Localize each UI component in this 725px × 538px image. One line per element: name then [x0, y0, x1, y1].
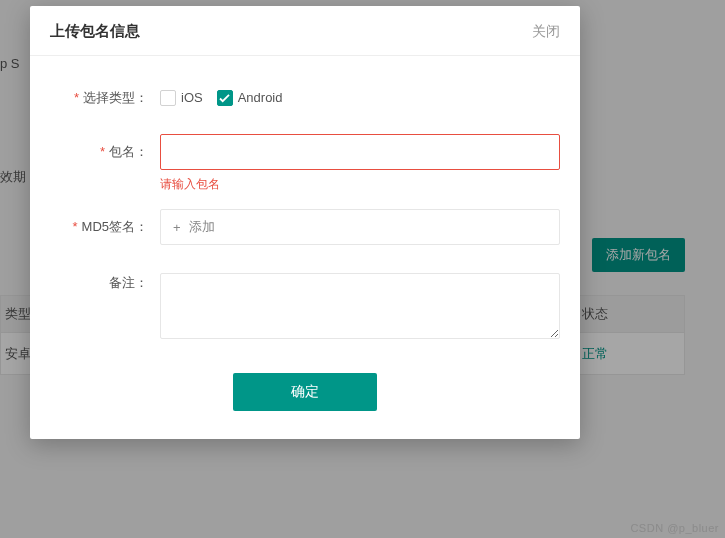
upload-package-modal: 上传包名信息 关闭 *选择类型： iOS Android *包名：: [30, 6, 580, 439]
type-row: *选择类型： iOS Android: [50, 80, 560, 116]
type-label: *选择类型：: [50, 80, 160, 116]
ios-checkbox[interactable]: iOS: [160, 80, 203, 116]
modal-header: 上传包名信息 关闭: [30, 6, 580, 56]
android-checkbox[interactable]: Android: [217, 80, 283, 116]
remark-row: 备注：: [50, 273, 560, 343]
confirm-button[interactable]: 确定: [233, 373, 377, 411]
remark-label: 备注：: [50, 273, 160, 293]
modal-footer: 确定: [30, 373, 580, 439]
modal-title: 上传包名信息: [50, 22, 140, 41]
watermark: CSDN @p_bluer: [630, 522, 719, 534]
checkbox-icon: [160, 90, 176, 106]
modal-body: *选择类型： iOS Android *包名： 请输入包名: [30, 56, 580, 373]
package-error: 请输入包名: [160, 176, 560, 193]
add-md5-button[interactable]: + 添加: [160, 209, 560, 245]
package-label: *包名：: [50, 134, 160, 170]
remark-textarea[interactable]: [160, 273, 560, 339]
plus-icon: +: [173, 220, 181, 235]
android-label: Android: [238, 80, 283, 116]
remark-control: [160, 273, 560, 343]
close-button[interactable]: 关闭: [532, 23, 560, 41]
package-row: *包名： 请输入包名: [50, 134, 560, 193]
package-control: 请输入包名: [160, 134, 560, 193]
add-label: 添加: [189, 218, 215, 236]
checkbox-checked-icon: [217, 90, 233, 106]
package-input[interactable]: [160, 134, 560, 170]
md5-control: + 添加: [160, 209, 560, 245]
md5-row: *MD5签名： + 添加: [50, 209, 560, 245]
type-checkbox-group: iOS Android: [160, 80, 560, 116]
ios-label: iOS: [181, 80, 203, 116]
md5-label: *MD5签名：: [50, 209, 160, 245]
